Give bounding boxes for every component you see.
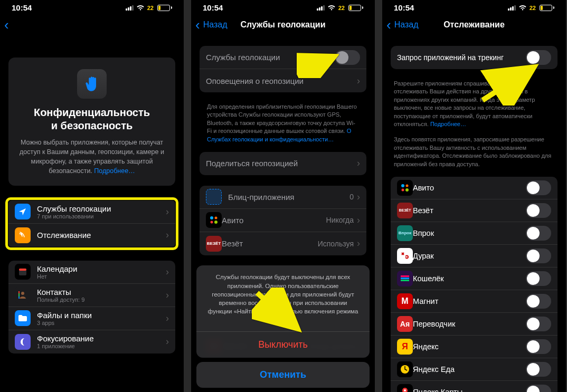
tracking-request-toggle[interactable] (526, 50, 551, 65)
row-contacts[interactable]: КонтактыПолный доступ: 9 › (8, 284, 175, 307)
back-chevron-icon[interactable]: ‹ (191, 17, 203, 33)
location-apps-list: Блиц-приложения 0 › Авито Никогда › ВЕЗЁ… (200, 186, 366, 255)
row-location-toggle[interactable]: Службы геолокации (200, 46, 366, 69)
back-chevron-icon[interactable]: ‹ (382, 17, 394, 33)
chevron-right-icon: › (357, 192, 360, 203)
svg-rect-4 (18, 291, 20, 293)
battery-percent: 22 (147, 5, 154, 11)
chevron-right-icon: › (166, 336, 169, 347)
learn-more-link[interactable]: Подробнее… (94, 167, 135, 175)
row-app-2[interactable]: ВпрокВпрок (391, 222, 557, 245)
row-label: Службы геолокации (37, 204, 166, 213)
share-location-group: Поделиться геопозицией › (200, 152, 366, 175)
back-chevron-icon[interactable]: ‹ (0, 17, 12, 33)
privacy-header-card: Конфиденциальностьи безопасность Можно в… (8, 58, 175, 186)
row-calendars[interactable]: КалендариНет › (8, 261, 175, 284)
tracking-apps-list: АвитоВЕЗЁТВезётВпрокВпрокДуракКошелёкММа… (391, 177, 557, 392)
app-tracking-toggle[interactable] (526, 294, 551, 309)
row-vezet[interactable]: ВЕЗЁТ Везёт Используя › (200, 232, 366, 255)
svg-point-6 (210, 216, 213, 219)
back-button[interactable]: Назад (203, 20, 228, 30)
row-label: Кошелёк (413, 274, 526, 283)
row-value: Используя (318, 240, 354, 248)
app-icon (397, 180, 413, 196)
row-label: Дурак (413, 252, 526, 260)
svg-rect-5 (18, 297, 20, 299)
back-button[interactable]: Назад (394, 20, 419, 30)
svg-point-14 (402, 188, 404, 191)
row-app-5[interactable]: ММагнит (391, 290, 557, 313)
row-app-8[interactable]: Яндекс Еда (391, 358, 557, 381)
row-label: Оповещения о геопозиции (206, 77, 357, 85)
row-sublabel: 3 apps (37, 320, 166, 326)
row-focus[interactable]: Фокусирование1 приложение › (8, 330, 175, 353)
status-bar: 10:54 22 (191, 0, 375, 13)
learn-more-link[interactable]: Подробнее… (430, 121, 466, 127)
app-tracking-toggle[interactable] (526, 271, 551, 286)
contacts-icon (15, 287, 31, 303)
row-sublabel: Нет (37, 273, 166, 280)
row-app-4[interactable]: Кошелёк (391, 267, 557, 290)
wifi-icon (518, 5, 527, 11)
row-share-location[interactable]: Поделиться геопозицией › (200, 152, 366, 175)
row-location-alerts[interactable]: Оповещения о геопозиции › (200, 69, 366, 92)
battery-percent: 22 (530, 5, 536, 11)
row-value: Никогда (326, 216, 354, 224)
row-tracking-toggle[interactable]: Запрос приложений на трекинг (391, 46, 557, 69)
battery-icon (540, 5, 554, 11)
screen-location-services: 10:54 22 ‹ Назад Службы геолокации Служб… (191, 0, 375, 392)
status-time: 10:54 (12, 3, 32, 12)
svg-rect-1 (19, 269, 26, 271)
row-sublabel: 7 при использовании (37, 213, 166, 219)
app-tracking-toggle[interactable] (526, 248, 551, 263)
signal-icon (126, 5, 134, 11)
row-app-7[interactable]: ЯЯндекс (391, 336, 557, 358)
row-app-clips[interactable]: Блиц-приложения 0 › (200, 186, 366, 209)
row-app-6[interactable]: АяПереводчик (391, 313, 557, 336)
highlight-box: Службы геолокации 7 при использовании › … (5, 197, 178, 250)
app-tracking-toggle[interactable] (526, 385, 551, 392)
action-sheet: Службы геолокации будут выключены для вс… (196, 265, 370, 388)
app-tracking-toggle[interactable] (526, 180, 551, 195)
row-app-9[interactable]: Яндекс Карты (391, 381, 557, 392)
app-tracking-toggle[interactable] (526, 317, 551, 331)
row-label: Календари (37, 264, 166, 273)
svg-point-12 (401, 184, 404, 187)
row-label: Авито (222, 216, 326, 225)
row-label: Яндекс (413, 342, 526, 351)
row-tracking[interactable]: Отслеживание › (8, 224, 175, 247)
row-label: Переводчик (413, 320, 526, 328)
sheet-message: Службы геолокации будут выключены для вс… (196, 265, 370, 332)
row-avito[interactable]: Авито Никогда › (200, 209, 366, 232)
location-services-toggle[interactable] (335, 50, 360, 65)
svg-rect-17 (401, 275, 409, 277)
chevron-right-icon: › (166, 313, 169, 324)
app-tracking-toggle[interactable] (526, 226, 551, 241)
row-label: Авито (413, 184, 526, 192)
app-icon: М (397, 293, 413, 309)
row-label: Яндекс Карты (413, 388, 526, 392)
app-icon: Я (397, 339, 413, 355)
privacy-header-desc: Можно выбрать приложения, которые получа… (17, 138, 167, 176)
row-app-0[interactable]: Авито (391, 177, 557, 199)
app-tracking-toggle[interactable] (526, 339, 551, 354)
chevron-right-icon: › (357, 215, 360, 226)
cancel-button[interactable]: Отменить (196, 362, 370, 388)
battery-icon (157, 5, 172, 11)
location-arrow-icon (15, 204, 31, 219)
settings-list: КалендариНет › КонтактыПолный доступ: 9 … (8, 261, 175, 353)
vezet-icon: ВЕЗЁТ (206, 236, 222, 252)
app-tracking-toggle[interactable] (526, 203, 551, 218)
app-tracking-toggle[interactable] (526, 362, 551, 377)
row-app-1[interactable]: ВЕЗЁТВезёт (391, 199, 557, 222)
row-app-3[interactable]: Дурак (391, 245, 557, 267)
chevron-right-icon: › (166, 290, 169, 301)
row-label: Блиц-приложения (228, 193, 349, 202)
row-files[interactable]: Файлы и папки3 apps › (8, 307, 175, 330)
location-toggle-group: Службы геолокации Оповещения о геопозици… (200, 46, 366, 92)
turn-off-button[interactable]: Выключить (196, 332, 370, 358)
chevron-right-icon: › (166, 206, 169, 217)
row-label: Везёт (413, 206, 526, 215)
row-location-services[interactable]: Службы геолокации 7 при использовании › (8, 200, 175, 224)
status-time: 10:54 (394, 3, 414, 12)
